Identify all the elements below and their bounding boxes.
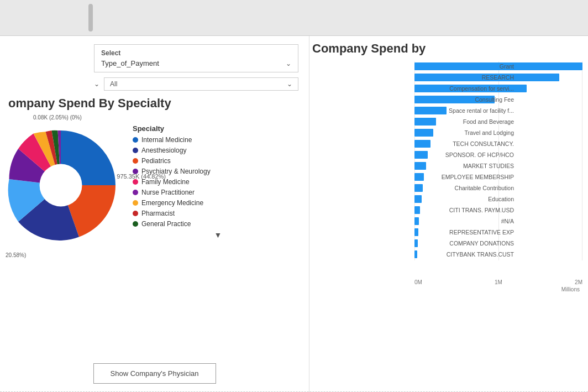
bar-row: Compensation for servi... (414, 83, 582, 93)
type-chevron-icon[interactable]: ⌄ (286, 60, 291, 67)
select-label: Select (101, 49, 291, 57)
bar-row: Education (414, 194, 582, 204)
bar-label: CITI TRANS. PAYM.USD (414, 207, 514, 213)
bar-row: Charitable Contribution (414, 183, 582, 193)
main-content: Select Type_of_Payment ⌄ ⌄ All ⌄ ompany … (0, 36, 588, 392)
bar-label: Grant (414, 63, 514, 70)
pie-label-bottom: 20.58%) (6, 252, 26, 258)
x-axis-tick: 2M (575, 279, 582, 285)
bar-row: EMPLOYEE MEMBERSHIP (414, 172, 582, 182)
bar-row: Food and Beverage (414, 117, 582, 127)
bar-row: SPONSOR. OF HCP/HCO (414, 150, 582, 160)
filter-chevron-right-icon[interactable]: ⌄ (287, 80, 292, 88)
x-axis: 0M1M2M (312, 279, 582, 285)
bar-row: Consulting Fee (414, 95, 582, 104)
pie-svg (0, 124, 122, 246)
show-physician-button[interactable]: Show Company's Physician (93, 363, 216, 384)
bar-row: RESEARCH (414, 72, 582, 82)
legend-item: General Practice (133, 220, 303, 228)
bar-label: TECH CONSULTANCY. (414, 140, 514, 147)
legend-item: Anesthesiology (133, 147, 303, 154)
left-panel: Select Type_of_Payment ⌄ ⌄ All ⌄ ompany … (0, 36, 309, 392)
bar-row: Grant (414, 61, 582, 71)
select-box[interactable]: Select Type_of_Payment ⌄ (94, 44, 298, 72)
legend-item-label: Pediatrics (141, 157, 171, 165)
legend-item-label: Emergency Medicine (141, 199, 203, 207)
x-axis-unit: Millions (312, 286, 582, 292)
legend-dot (133, 190, 138, 195)
bar-label: REPRESENTATIVE EXP (414, 229, 514, 236)
pie-label-top: 0.08K (2.05%) (0%) (33, 114, 82, 121)
bar-label: Food and Beverage (414, 118, 514, 125)
bar-label: EMPLOYEE MEMBERSHIP (414, 174, 514, 180)
x-axis-tick: 1M (495, 279, 502, 285)
scroll-indicator[interactable] (88, 4, 93, 32)
bar-label: SPONSOR. OF HCP/HCO (414, 151, 514, 158)
legend-title: Specialty (133, 124, 303, 133)
bar-row: Space rental or facility f... (414, 106, 582, 116)
right-panel: Company Spend by GrantRESEARCHCompensati… (309, 36, 588, 392)
legend-dot (133, 158, 138, 164)
bar-row: TECH CONSULTANCY. (414, 139, 582, 149)
bar-label: CITYBANK TRANS.CUST (414, 251, 514, 258)
bar-label: Consulting Fee (414, 96, 514, 103)
pie-label-center: 975.35K (44.82%) (117, 173, 166, 180)
legend-item: Pharmacist (133, 210, 303, 217)
legend-item: Emergency Medicine (133, 199, 303, 207)
bar-label: MARKET STUDIES (414, 163, 514, 169)
legend-dot (133, 211, 138, 216)
bar-row: MARKET STUDIES (414, 161, 582, 171)
bar-row: #N/A (414, 216, 582, 226)
svg-point-0 (40, 164, 82, 207)
pie-chart-title: ompany Spend By Specialty (6, 96, 303, 111)
bar-label: Space rental or facility f... (414, 107, 514, 114)
bar-row: REPRESENTATIVE EXP (414, 227, 582, 237)
bar-row: CITI TRANS. PAYM.USD (414, 205, 582, 215)
filter-dropdown[interactable]: All ⌄ (104, 77, 298, 91)
bar-label: RESEARCH (414, 74, 514, 81)
legend-item-label: General Practice (141, 220, 191, 228)
legend-item-label: Internal Medicine (141, 136, 192, 144)
bar-row: Travel and Lodging (414, 128, 582, 138)
filter-row: ⌄ All ⌄ (94, 77, 298, 91)
right-chart-title: Company Spend by (312, 41, 582, 56)
legend-item: Pediatrics (133, 157, 303, 165)
bar-label: Compensation for servi... (414, 85, 514, 92)
legend-item-label: Pharmacist (141, 210, 175, 217)
bar-label: Education (414, 196, 514, 202)
legend-dot (133, 137, 138, 143)
pie-chart-wrapper: 0.08K (2.05%) (0%) %) 20.58%) 975.35K (4… (0, 124, 122, 246)
legend-dot (133, 148, 138, 153)
bar-label: #N/A (414, 218, 514, 224)
legend-item-label: Anesthesiology (141, 147, 186, 154)
filter-all-label: All (110, 80, 117, 88)
legend: Specialty Internal Medicine Anesthesiolo… (133, 124, 303, 358)
bar-row: COMPANY DONATIONS (414, 238, 582, 248)
top-bar (0, 0, 588, 36)
bar-label: Charitable Contribution (414, 185, 514, 191)
select-value: Type_of_Payment (101, 59, 159, 67)
legend-items: Internal Medicine Anesthesiology Pediatr… (133, 136, 303, 228)
legend-item-label: Nurse Practitioner (141, 189, 195, 196)
bar-label: COMPANY DONATIONS (414, 240, 514, 247)
filter-chevron-left-icon[interactable]: ⌄ (94, 80, 99, 88)
legend-item: Nurse Practitioner (133, 189, 303, 196)
legend-dot (133, 200, 138, 206)
legend-more-icon[interactable]: ▼ (133, 231, 303, 239)
bar-row: CITYBANK TRANS.CUST (414, 249, 582, 259)
bar-label: Travel and Lodging (414, 129, 514, 136)
x-axis-tick: 0M (414, 279, 422, 285)
bar-chart-area: GrantRESEARCHCompensation for servi...Co… (312, 61, 582, 277)
legend-item: Internal Medicine (133, 136, 303, 144)
legend-dot (133, 179, 138, 185)
pie-chart-area: 0.08K (2.05%) (0%) %) 20.58%) 975.35K (4… (6, 113, 303, 358)
legend-dot (133, 221, 138, 227)
